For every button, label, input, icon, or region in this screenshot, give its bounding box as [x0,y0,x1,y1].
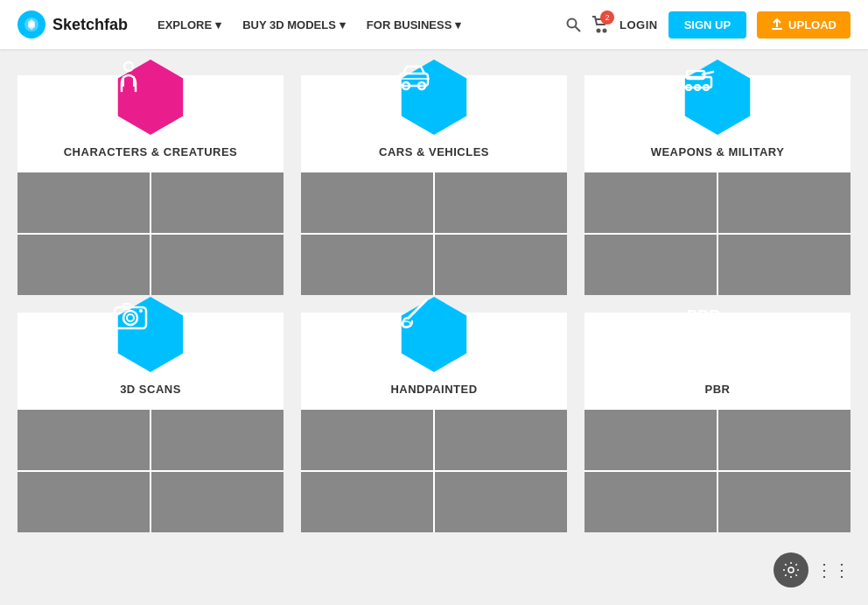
category-image [301,172,433,233]
category-image [151,172,284,233]
settings-button[interactable] [774,552,808,559]
main-content: CHARACTERS & CREATURES CARS & VEHICLES [0,49,868,559]
logo-icon [18,11,46,39]
category-icon [395,58,473,137]
logo-text: Sketchfab [52,16,128,34]
svg-point-5 [603,30,606,32]
category-title: WEAPONS & MILITARY [651,145,785,158]
category-image [151,235,284,295]
category-images [18,410,284,532]
svg-marker-11 [402,60,466,135]
category-image [718,172,850,233]
category-title: 3D SCANS [120,383,181,396]
category-card-weapons[interactable]: WEAPONS & MILITARY [584,75,850,295]
category-image [435,410,567,470]
category-title: CARS & VEHICLES [379,145,489,158]
category-image [18,472,150,532]
category-image [18,172,150,233]
svg-rect-6 [772,28,782,30]
login-button[interactable]: LOGIN [620,18,658,32]
category-title: PBR [705,383,731,396]
category-icon: PBR [678,295,757,374]
category-image [435,172,567,233]
category-card-cars[interactable]: CARS & VEHICLES [301,75,567,295]
category-images [584,410,850,532]
svg-marker-29 [402,297,466,372]
category-icon [111,58,190,137]
category-image [584,235,717,295]
category-image [718,235,850,295]
category-icon [395,295,473,374]
category-image [718,410,850,470]
category-image [435,235,567,295]
upload-label: UPLOAD [788,18,836,32]
category-image [301,410,433,470]
category-title: HANDPAINTED [390,383,477,396]
category-title: CHARACTERS & CREATURES [64,145,238,158]
svg-point-1 [29,22,34,27]
category-icon [678,58,757,137]
category-image [584,472,717,532]
nav-buy[interactable]: BUY 3D MODELS ▾ [234,13,354,37]
category-image [718,472,850,532]
chevron-down-icon: ▾ [340,18,346,32]
category-image [151,410,284,470]
category-header: 3D SCANS [18,313,284,410]
category-image [584,172,717,233]
logo[interactable]: Sketchfab [18,11,128,39]
svg-line-3 [575,27,580,32]
nav-links: EXPLORE ▾ BUY 3D MODELS ▾ FOR BUSINESS ▾ [149,13,565,37]
category-header: CHARACTERS & CREATURES [18,75,284,172]
navbar: Sketchfab EXPLORE ▾ BUY 3D MODELS ▾ FOR … [0,0,868,49]
svg-point-4 [597,30,599,32]
svg-point-2 [567,19,576,28]
category-header: CARS & VEHICLES [301,75,567,172]
nav-business[interactable]: FOR BUSINESS ▾ [358,13,471,37]
svg-text:PBR: PBR [687,307,720,325]
nav-actions: 2 LOGIN SIGN UP UPLOAD [565,11,850,39]
category-image [301,472,433,532]
search-button[interactable] [565,17,581,32]
svg-point-28 [139,309,143,313]
category-card-scans[interactable]: 3D SCANS [18,313,284,532]
category-image [584,410,717,470]
category-card-pbr[interactable]: PBR PBR [584,313,850,532]
category-image [151,472,284,532]
category-image [18,410,150,470]
chevron-down-icon: ▾ [455,18,461,32]
bottom-actions: ⋮⋮ [774,552,850,559]
nav-explore[interactable]: EXPLORE ▾ [149,13,230,37]
svg-point-8 [124,62,133,71]
category-header: WEAPONS & MILITARY [584,75,850,172]
category-images [301,410,567,532]
category-icon [111,295,190,374]
category-card-characters[interactable]: CHARACTERS & CREATURES [18,75,284,295]
category-images [584,172,850,295]
chevron-down-icon: ▾ [215,18,221,32]
category-image [18,235,150,295]
category-image [301,235,433,295]
category-card-handpainted[interactable]: HANDPAINTED [301,313,567,532]
cart-badge: 2 [600,11,614,25]
cart-button[interactable]: 2 [592,16,609,33]
signup-button[interactable]: SIGN UP [668,11,746,39]
category-images [301,172,567,295]
category-image [435,472,567,532]
category-images [18,172,284,295]
category-header: HANDPAINTED [301,313,567,410]
category-grid: CHARACTERS & CREATURES CARS & VEHICLES [18,75,850,532]
upload-button[interactable]: UPLOAD [757,11,850,39]
category-header: PBR PBR [584,313,850,410]
